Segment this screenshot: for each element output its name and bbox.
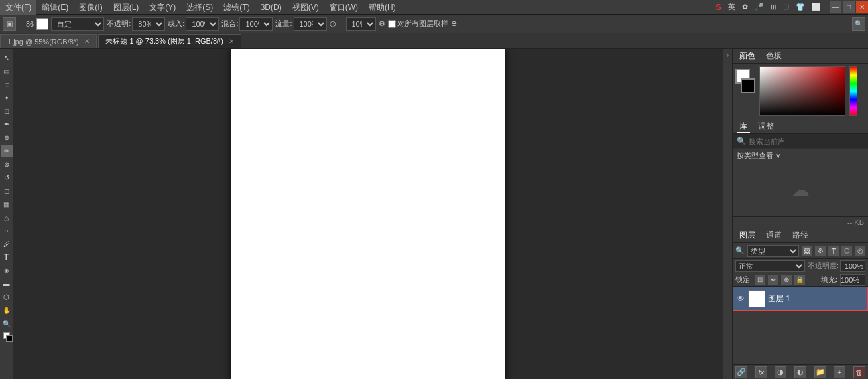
browse-by-type[interactable]: 按类型查看 ∨ — [733, 149, 868, 163]
brush-type-select[interactable]: 自定 — [51, 17, 104, 31]
settings-icon[interactable]: ⚙ — [379, 19, 385, 28]
library-search-input[interactable] — [749, 137, 864, 145]
lock-move-icon[interactable]: ✒ — [768, 275, 778, 285]
tool-eraser[interactable]: ◻ — [1, 185, 13, 196]
filter-smart-icon[interactable]: ◎ — [855, 246, 865, 256]
layers-lock-row: 锁定: ⊡ ✒ ⊕ 🔒 填充: — [733, 273, 868, 287]
tool-path-select[interactable]: ◈ — [1, 264, 13, 276]
tool-icon[interactable]: ▣ — [3, 17, 16, 31]
menu-3d[interactable]: 3D(D) — [255, 0, 287, 15]
hue-slider[interactable] — [849, 66, 857, 116]
tool-lasso[interactable]: ⊂ — [1, 78, 13, 90]
tool-hand[interactable]: ✋ — [1, 304, 13, 316]
pressure-select[interactable]: 10% — [346, 17, 376, 31]
pressure-item: 10% — [346, 17, 376, 31]
layer-new-button[interactable]: + — [834, 366, 845, 378]
menu-select[interactable]: 选择(S) — [181, 0, 218, 15]
menu-text[interactable]: 文字(Y) — [144, 0, 181, 15]
filter-adj-icon[interactable]: ⚙ — [815, 246, 826, 256]
library-content: ☁ — [733, 163, 868, 216]
layer-adj-button[interactable]: ◐ — [794, 366, 806, 378]
maximize-button[interactable]: □ — [843, 1, 855, 13]
tool-fg-bg[interactable] — [1, 331, 13, 342]
tab-untitled-close[interactable]: ✕ — [226, 38, 234, 45]
color-box[interactable] — [36, 18, 48, 30]
tool-crop[interactable]: ⊡ — [1, 105, 13, 117]
tool-clone[interactable]: ⊗ — [1, 158, 13, 170]
brush-size-label: 86 — [26, 20, 34, 28]
tool-select-rect[interactable]: ▭ — [1, 65, 13, 77]
background-swatch[interactable] — [741, 78, 755, 93]
rate-item: 流量: 100% — [275, 17, 326, 31]
flow-select[interactable]: 100% — [186, 17, 219, 31]
tool-gradient[interactable]: ▦ — [1, 198, 13, 210]
menu-file[interactable]: 文件(F) — [0, 0, 36, 15]
extra-icon3: ⊟ — [781, 3, 791, 11]
tool-magic-wand[interactable]: ✦ — [1, 92, 13, 104]
kb-label: -- KB — [733, 216, 868, 228]
layer-mode-select[interactable]: 正常 — [735, 260, 805, 272]
layers-tab[interactable]: 图层 — [737, 230, 758, 241]
tool-dodge[interactable]: ○ — [1, 224, 13, 236]
layer-link-button[interactable]: 🔗 — [735, 366, 747, 378]
menu-filter[interactable]: 滤镜(T) — [218, 0, 255, 15]
fill-label: 填充: — [821, 275, 837, 285]
minimize-button[interactable]: — — [830, 1, 841, 13]
tool-brush[interactable]: ✏ — [1, 145, 13, 157]
tool-blur[interactable]: △ — [1, 211, 13, 223]
tool-shape[interactable]: ▬ — [1, 277, 13, 289]
opacity-item: 不透明: 80% — [107, 17, 165, 31]
tab-1jpg-close[interactable]: ✕ — [82, 38, 90, 45]
canvas-area[interactable] — [13, 49, 723, 379]
filter-text-icon[interactable]: T — [828, 246, 839, 256]
layer-item[interactable]: 👁 图层 1 — [733, 287, 868, 311]
tool-history-brush[interactable]: ↺ — [1, 171, 13, 183]
layer-mask-button[interactable]: ◑ — [775, 366, 786, 378]
layer-visibility-icon[interactable]: 👁 — [736, 294, 745, 303]
tool-pen[interactable]: 🖊 — [1, 238, 13, 250]
swatches-tab[interactable]: 色板 — [763, 50, 784, 62]
tool-heal[interactable]: ⊕ — [1, 131, 13, 143]
layer-fx-button[interactable]: fx — [755, 366, 767, 378]
tool-eyedropper[interactable]: ✒ — [1, 118, 13, 130]
color-tab[interactable]: 颜色 — [737, 50, 758, 62]
search-expand-button[interactable]: 🔍 — [852, 17, 865, 31]
tool-move[interactable]: ↖ — [1, 52, 13, 64]
fill-input[interactable] — [840, 274, 865, 286]
lock-all-icon[interactable]: 🔒 — [794, 275, 805, 285]
panel-collapse-button[interactable]: › — [727, 52, 729, 59]
tab-untitled-label: 未标题-1 @ 73.3% (图层 1, RGB/8#) — [105, 37, 223, 46]
lock-pixels-icon[interactable]: ⊡ — [755, 275, 765, 285]
filter-img-icon[interactable]: 🖼 — [802, 246, 812, 256]
paths-tab[interactable]: 路径 — [790, 230, 811, 241]
tool-text[interactable]: T — [1, 251, 13, 263]
menu-layer[interactable]: 图层(L) — [108, 0, 145, 15]
menu-view[interactable]: 视图(V) — [287, 0, 324, 15]
filter-shape-icon[interactable]: ⬡ — [841, 246, 852, 256]
lock-artboard-icon[interactable]: ⊕ — [781, 275, 792, 285]
opacity-row-label: 不透明度: — [808, 261, 839, 271]
library-search-icon: 🔍 — [737, 137, 746, 145]
blend-select[interactable]: 100% — [239, 17, 273, 31]
opacity-input[interactable] — [840, 260, 865, 272]
tab-1jpg[interactable]: 1.jpg @ 55%(RGB/8*) ✕ — [0, 34, 97, 48]
tab-untitled[interactable]: 未标题-1 @ 73.3% (图层 1, RGB/8#) ✕ — [98, 34, 241, 48]
layer-group-button[interactable]: 📁 — [814, 366, 826, 378]
all-layers-checkbox[interactable] — [388, 20, 396, 28]
opacity-select[interactable]: 80% — [132, 17, 165, 31]
close-button[interactable]: ✕ — [856, 1, 868, 13]
menu-help[interactable]: 帮助(H) — [363, 0, 401, 15]
rate-select[interactable]: 100% — [294, 17, 327, 31]
library-search: 🔍 — [733, 134, 868, 149]
menu-image[interactable]: 图像(I) — [74, 0, 107, 15]
color-gradient[interactable] — [759, 66, 845, 116]
menu-edit[interactable]: 编辑(E) — [36, 0, 74, 15]
layer-type-select[interactable]: 类型 — [747, 245, 799, 257]
adjustments-tab[interactable]: 调整 — [755, 121, 776, 132]
menu-window[interactable]: 窗口(W) — [324, 0, 363, 15]
tool-3d[interactable]: ⬡ — [1, 291, 13, 303]
library-tab[interactable]: 库 — [737, 121, 750, 133]
layer-delete-button[interactable]: 🗑 — [853, 366, 865, 378]
channels-tab[interactable]: 通道 — [763, 230, 784, 241]
tool-zoom[interactable]: 🔍 — [1, 317, 13, 329]
